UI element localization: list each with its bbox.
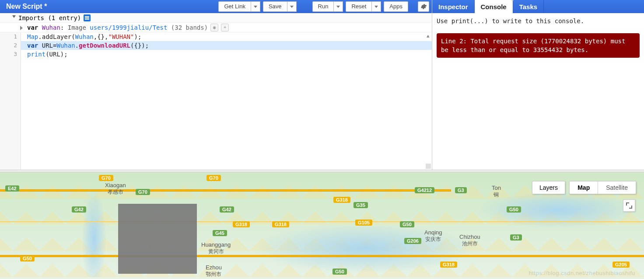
road-shield: G70: [206, 175, 221, 181]
reset-button[interactable]: Reset: [346, 1, 372, 12]
road-shield: G318: [272, 221, 289, 227]
chevron-right-icon: [20, 26, 23, 30]
tab-tasks[interactable]: Tasks: [513, 0, 544, 13]
fullscreen-button[interactable]: [623, 199, 635, 212]
city-label: Huanggang黄冈市: [201, 241, 231, 255]
road-shield: G318: [233, 221, 250, 227]
road-shield: G105: [355, 220, 372, 226]
layers-button[interactable]: Layers: [532, 181, 565, 194]
road-shield: G70: [99, 175, 113, 181]
code-line-1[interactable]: Map.addLayer(Wuhan,{},"WUHAN");: [21, 32, 432, 41]
import-path: users/1999jialiu/Test: [90, 24, 167, 31]
settings-button[interactable]: [418, 1, 429, 12]
run-button[interactable]: Run: [312, 1, 334, 12]
road-shield: G50: [332, 269, 347, 275]
console-error: Line 2: Total request size (1770024832 b…: [437, 33, 640, 58]
import-var: Wuhan: [42, 24, 60, 31]
console-panel: Inspector Console Tasks Use print(...) t…: [432, 0, 644, 170]
scroll-up-icon[interactable]: ▴: [425, 32, 431, 38]
road-shield: G42: [72, 206, 86, 213]
chevron-down-icon: [290, 6, 294, 8]
code-line-2[interactable]: var URL=Wuhan.getDownloadURL({});: [21, 41, 432, 50]
road-shield: G35: [354, 202, 368, 208]
road-shield: E42: [5, 185, 19, 192]
console-hint: Use print(...) to write to this console.: [437, 17, 640, 24]
import-type: Image: [68, 24, 86, 31]
chevron-down-icon: [374, 6, 378, 8]
imports-label: Imports (1 entry): [18, 14, 81, 21]
editor-body: Imports (1 entry) var Wuhan : Image user…: [0, 13, 432, 170]
save-button[interactable]: Save: [263, 1, 287, 12]
road-shield: G50: [507, 206, 521, 213]
console-tabs: Inspector Console Tasks: [432, 0, 644, 13]
fullscreen-icon: [626, 202, 632, 209]
code-lines[interactable]: Map.addLayer(Wuhan,{},"WUHAN"); var URL=…: [21, 32, 432, 59]
get-link-caret[interactable]: [251, 1, 260, 12]
watermark: https://blog.csdn.net/zhebushibiaoshifu: [528, 270, 635, 276]
road-shield: G318: [440, 262, 457, 268]
import-entry[interactable]: var Wuhan : Image users/1999jialiu/Test …: [0, 23, 432, 32]
run-caret[interactable]: [334, 1, 343, 12]
get-link-button[interactable]: Get Link: [218, 1, 251, 12]
import-note: (32 bands): [171, 24, 208, 31]
road-shield: G318: [333, 197, 350, 203]
code-editor[interactable]: 1 2 3 Map.addLayer(Wuhan,{},"WUHAN"); va…: [0, 32, 432, 170]
gear-icon: [420, 3, 427, 10]
editor-toolbar: Get Link Save Run Reset Apps: [218, 1, 429, 12]
chevron-down-icon: [336, 6, 340, 8]
map-view-map[interactable]: Map: [570, 181, 598, 194]
locate-icon[interactable]: ⌖: [221, 24, 229, 31]
road-shield: G45: [213, 230, 227, 236]
road-shield: G70: [136, 189, 150, 195]
chevron-down-icon: [254, 6, 257, 8]
road-shield: G205: [612, 262, 630, 268]
code-line-3[interactable]: print(URL);: [21, 50, 432, 59]
road-shield: G3: [510, 234, 522, 241]
road-shield: G206: [404, 238, 421, 244]
document-icon[interactable]: [84, 14, 91, 21]
map-view-toggle: Map Satellite: [569, 181, 636, 194]
line-gutter: 1 2 3: [0, 32, 21, 170]
city-label: Anqing安庆市: [424, 229, 442, 243]
city-label: Ezhou鄂州市: [206, 264, 222, 278]
script-title: New Script *: [3, 3, 50, 10]
editor-panel: New Script * Get Link Save Run Reset: [0, 0, 432, 170]
tab-inspector[interactable]: Inspector: [432, 0, 475, 13]
city-label: Chizhou池州市: [459, 234, 480, 248]
road-shield: G50: [20, 255, 35, 262]
visibility-icon[interactable]: ◉: [210, 24, 218, 31]
import-keyword: var: [27, 24, 38, 31]
imports-header[interactable]: Imports (1 entry): [0, 13, 432, 23]
reset-caret[interactable]: [372, 1, 381, 12]
road-shield: G3: [455, 187, 467, 193]
river-graphic: [0, 181, 644, 277]
layer-overlay: [118, 204, 197, 274]
save-caret[interactable]: [287, 1, 297, 12]
console-body: Use print(...) to write to this console.…: [432, 13, 644, 170]
apps-button[interactable]: Apps: [384, 1, 408, 12]
scrollbar-corner: [426, 164, 431, 169]
tab-console[interactable]: Console: [475, 0, 513, 13]
editor-header: New Script * Get Link Save Run Reset: [0, 0, 432, 13]
city-label: Xiaogan孝感市: [105, 182, 126, 196]
road-shield: G4212: [415, 187, 434, 193]
map-canvas[interactable]: E42 G42 G70 G70 G70 G42 G318 G318 G318 G…: [0, 172, 644, 279]
top-panels: New Script * Get Link Save Run Reset: [0, 0, 644, 170]
road-shield: G50: [400, 221, 414, 227]
road-shield: G42: [220, 206, 234, 213]
city-label: Ton铜: [492, 185, 501, 199]
chevron-down-icon: [12, 15, 16, 18]
map-view-satellite[interactable]: Satellite: [598, 181, 636, 194]
